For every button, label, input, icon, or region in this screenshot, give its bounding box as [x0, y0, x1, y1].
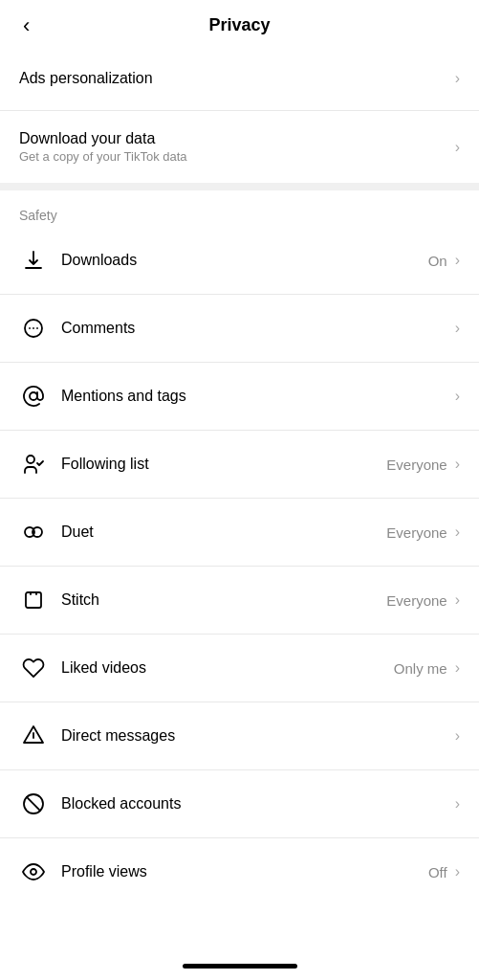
following-chevron-icon: ›	[455, 456, 460, 473]
comments-chevron-icon: ›	[455, 320, 460, 337]
following-list-label: Following list	[61, 456, 386, 473]
liked-videos-label: Liked videos	[61, 659, 394, 677]
messages-chevron-icon: ›	[455, 727, 460, 745]
header: ‹ Privacy	[0, 0, 479, 51]
download-chevron-icon: ›	[455, 139, 460, 156]
download-data-sub: Get a copy of your TikTok data	[19, 149, 453, 164]
download-icon	[19, 246, 48, 275]
duet-label: Duet	[61, 523, 386, 541]
blocked-chevron-icon: ›	[455, 795, 460, 813]
safety-section: Safety Downloads On › Comments › Mention…	[0, 194, 479, 902]
mentions-chevron-icon: ›	[455, 388, 460, 405]
page-title: Privacy	[208, 15, 270, 35]
direct-messages-label: Direct messages	[61, 727, 453, 745]
download-data-label: Download your data	[19, 130, 453, 147]
divider-liked	[0, 702, 479, 702]
top-section: Ads personalization › Download your data…	[0, 51, 479, 179]
safety-label: Safety	[0, 194, 479, 231]
svg-point-2	[27, 456, 34, 463]
stitch-value: Everyone	[386, 592, 446, 609]
svg-rect-5	[26, 592, 41, 608]
profile-views-chevron-icon: ›	[455, 863, 460, 880]
message-icon	[19, 722, 48, 750]
liked-videos-item[interactable]: Liked videos Only me ›	[0, 638, 479, 698]
downloads-value: On	[428, 253, 447, 269]
spacer	[0, 902, 479, 959]
duet-icon	[19, 518, 48, 546]
profile-views-label: Profile views	[61, 863, 428, 880]
following-list-item[interactable]: Following list Everyone ›	[0, 434, 479, 494]
profile-views-item[interactable]: Profile views Off ›	[0, 842, 479, 902]
ads-personalization-label: Ads personalization	[19, 70, 453, 87]
heart-icon	[19, 654, 48, 682]
stitch-chevron-icon: ›	[455, 591, 460, 609]
divider-duet	[0, 566, 479, 567]
blocked-accounts-item[interactable]: Blocked accounts ›	[0, 774, 479, 834]
back-button[interactable]: ‹	[15, 10, 37, 42]
eye-icon	[19, 858, 48, 886]
liked-chevron-icon: ›	[455, 659, 460, 677]
following-icon	[19, 450, 48, 479]
comments-icon	[19, 314, 48, 343]
mentions-tags-item[interactable]: Mentions and tags ›	[0, 367, 479, 426]
duet-chevron-icon: ›	[455, 523, 460, 541]
download-data-item[interactable]: Download your data Get a copy of your Ti…	[0, 115, 479, 179]
svg-point-10	[31, 869, 36, 875]
ads-chevron-icon: ›	[455, 70, 460, 87]
downloads-item[interactable]: Downloads On ›	[0, 231, 479, 290]
divider-stitch	[0, 634, 479, 635]
svg-line-9	[27, 797, 40, 811]
svg-point-1	[30, 392, 37, 400]
at-icon	[19, 382, 48, 411]
following-list-value: Everyone	[386, 457, 446, 473]
comments-item[interactable]: Comments ›	[0, 299, 479, 358]
home-indicator	[183, 964, 297, 969]
downloads-label: Downloads	[61, 252, 428, 269]
divider-1	[0, 110, 479, 111]
divider-messages	[0, 769, 479, 770]
profile-views-value: Off	[428, 864, 447, 880]
ads-personalization-item[interactable]: Ads personalization ›	[0, 51, 479, 106]
liked-videos-value: Only me	[394, 660, 447, 677]
mentions-tags-label: Mentions and tags	[61, 388, 453, 405]
comments-label: Comments	[61, 320, 453, 337]
stitch-icon	[19, 586, 48, 614]
downloads-chevron-icon: ›	[455, 252, 460, 269]
divider-following	[0, 498, 479, 499]
divider-downloads	[0, 294, 479, 295]
direct-messages-item[interactable]: Direct messages ›	[0, 706, 479, 766]
blocked-icon	[19, 790, 48, 818]
divider-safety	[0, 183, 479, 190]
blocked-accounts-label: Blocked accounts	[61, 795, 453, 813]
stitch-item[interactable]: Stitch Everyone ›	[0, 570, 479, 630]
divider-comments	[0, 362, 479, 363]
duet-item[interactable]: Duet Everyone ›	[0, 502, 479, 562]
stitch-label: Stitch	[61, 591, 386, 609]
divider-mentions	[0, 430, 479, 431]
divider-blocked	[0, 837, 479, 838]
duet-value: Everyone	[386, 524, 446, 541]
